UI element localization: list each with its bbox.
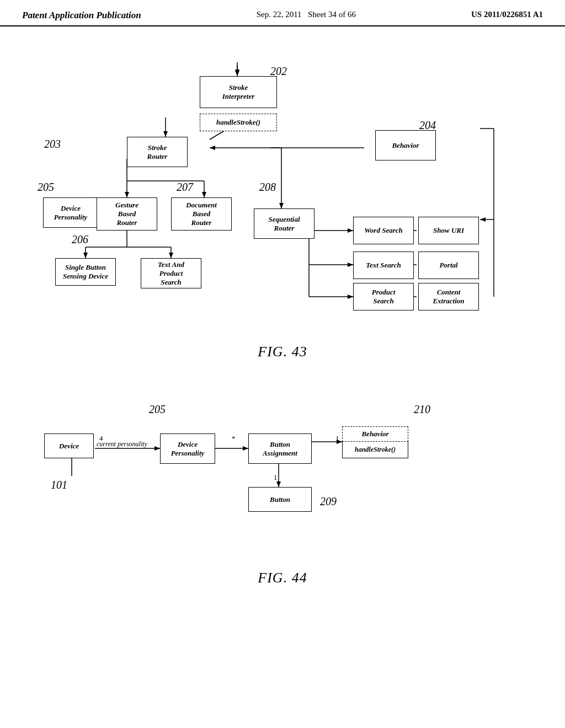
svg-marker-34 xyxy=(480,217,486,222)
word-search-box: Word Search xyxy=(353,217,414,244)
svg-marker-46 xyxy=(276,481,281,487)
svg-marker-27 xyxy=(348,295,353,299)
show-uri-box: Show URI xyxy=(418,217,479,244)
svg-marker-5 xyxy=(210,146,215,150)
stroke-interpreter-box: Stroke Interpreter xyxy=(200,76,277,108)
gesture-based-router-box: Gesture Based Router xyxy=(97,197,157,231)
current-personality-label: current personality xyxy=(97,440,147,448)
date-sheet-label: Sep. 22, 2011 Sheet 34 of 66 xyxy=(257,10,356,19)
ref44-101: 101 xyxy=(51,479,67,491)
single-button-box: Single Button Sensing Device xyxy=(55,258,116,286)
arrow-star-label: * xyxy=(232,434,236,443)
page-header: Patent Application Publication Sep. 22, … xyxy=(0,0,565,26)
svg-marker-10 xyxy=(202,192,206,197)
button-box: Button xyxy=(248,487,312,512)
device-box-44: Device xyxy=(44,433,94,458)
text-product-search-box: Text And Product Search xyxy=(141,258,201,288)
svg-marker-25 xyxy=(348,263,353,267)
ref-206: 206 xyxy=(72,233,88,246)
arrow-1a-label: 1 xyxy=(335,434,339,443)
fig43-lines xyxy=(0,32,565,341)
figure-43-diagram: 202 204 203 205 206 207 208 Stroke Inter… xyxy=(0,32,565,341)
svg-marker-9 xyxy=(125,192,129,197)
svg-marker-16 xyxy=(83,253,88,258)
svg-marker-37 xyxy=(235,69,239,75)
fig43-label: FIG. 43 xyxy=(0,344,565,360)
fig44-label: FIG. 44 xyxy=(0,570,565,586)
ref-207: 207 xyxy=(177,181,193,194)
svg-marker-39 xyxy=(154,446,160,451)
stroke-router-box: Stroke Router xyxy=(127,137,188,167)
ref44-209: 209 xyxy=(320,495,337,508)
content-extraction-box: Content Extraction xyxy=(418,283,479,311)
svg-marker-17 xyxy=(169,253,173,258)
arrow-4-label: 4 xyxy=(99,434,103,443)
svg-marker-1 xyxy=(235,71,239,76)
ref-208: 208 xyxy=(259,181,276,194)
figure-44-diagram: 205 210 101 209 Device current personali… xyxy=(0,377,565,564)
text-search-box: Text Search xyxy=(353,251,414,279)
device-personality-box-44: Device Personality xyxy=(160,433,215,464)
publication-label: Patent Application Publication xyxy=(22,10,141,21)
svg-marker-23 xyxy=(348,228,353,233)
svg-marker-3 xyxy=(163,131,168,137)
ref44-205: 205 xyxy=(149,403,166,416)
sequential-router-box: Sequential Router xyxy=(254,208,315,239)
handle-stroke-box-44: handleStroke() xyxy=(342,442,408,458)
arrow-1b-label: 1 xyxy=(274,473,278,482)
handle-stroke-box: handleStroke() xyxy=(200,114,277,131)
device-personality-box: Device Personality xyxy=(43,197,98,228)
patent-number-label: US 2011/0226851 A1 xyxy=(471,10,543,19)
portal-box: Portal xyxy=(418,251,479,279)
svg-marker-20 xyxy=(279,203,284,208)
behavior-label-44: Behavior xyxy=(342,426,408,442)
behavior-box: Behavior xyxy=(375,130,436,160)
document-based-router-box: Document Based Router xyxy=(171,197,232,231)
svg-marker-42 xyxy=(243,446,248,451)
fig44-lines xyxy=(0,377,565,564)
ref-205: 205 xyxy=(38,181,54,194)
ref44-210: 210 xyxy=(414,403,430,416)
ref-203: 203 xyxy=(44,138,61,151)
button-assignment-box: Button Assignment xyxy=(248,433,312,464)
product-search-box: Product Search xyxy=(353,283,414,311)
